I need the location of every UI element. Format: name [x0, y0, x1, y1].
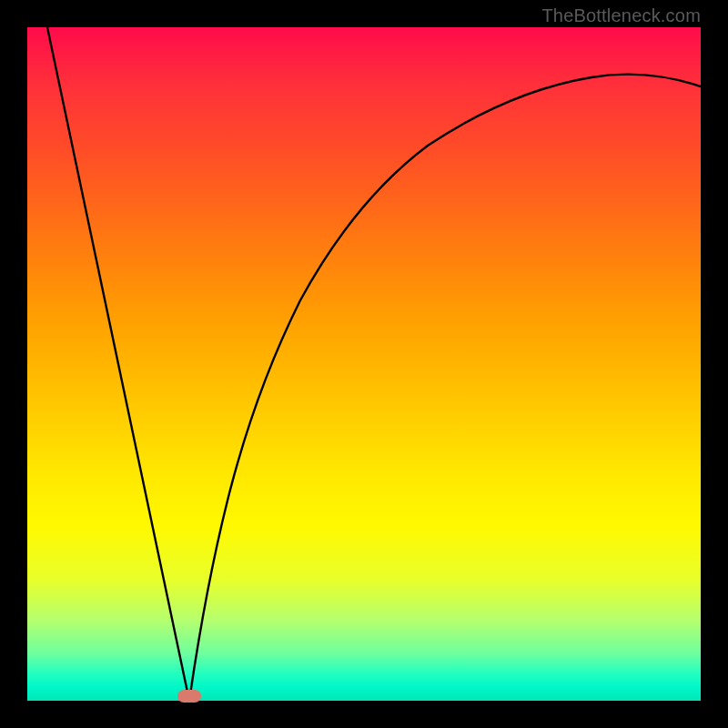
- attribution-label: TheBottleneck.com: [541, 5, 701, 26]
- bottleneck-curve: [27, 27, 701, 701]
- curve-left: [47, 27, 189, 701]
- optimum-marker: [177, 690, 201, 703]
- chart-frame: TheBottleneck.com: [0, 0, 728, 728]
- curve-right: [189, 75, 701, 701]
- plot-area: [27, 27, 701, 701]
